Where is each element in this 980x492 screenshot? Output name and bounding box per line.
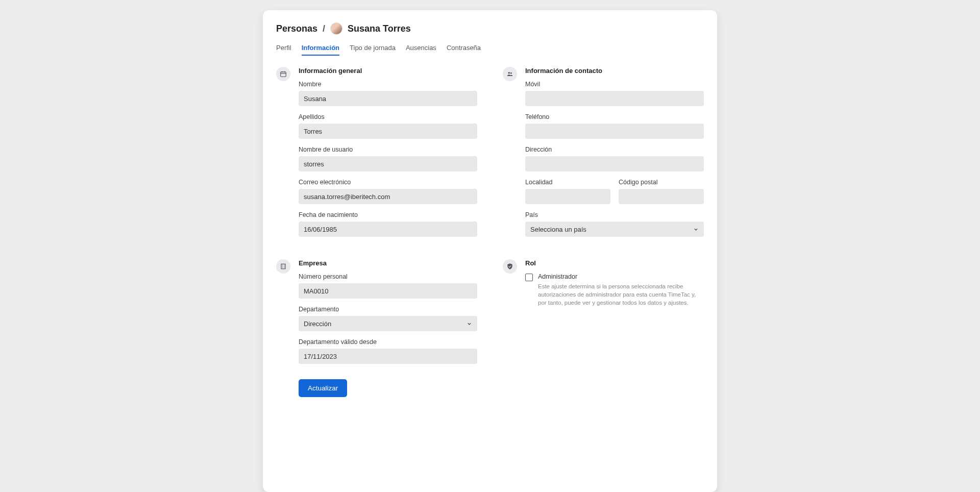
desc-administrador: Este ajuste determina si la persona sele… [538,282,701,307]
label-movil: Móvil [525,81,704,88]
svg-rect-6 [281,264,285,268]
tab-tipo-jornada[interactable]: Tipo de jornada [350,41,396,56]
people-icon [503,67,517,81]
label-apellidos: Apellidos [299,113,477,120]
chevron-down-icon [693,226,699,232]
tab-contrasena[interactable]: Contraseña [447,41,481,56]
tab-ausencias[interactable]: Ausencias [406,41,436,56]
label-direccion: Dirección [525,146,704,153]
input-telefono[interactable] [525,124,704,139]
checkbox-administrador[interactable] [525,274,533,281]
label-username: Nombre de usuario [299,146,477,153]
input-apellidos[interactable] [299,124,477,139]
tab-perfil[interactable]: Perfil [276,41,291,56]
input-numero-personal[interactable] [299,283,477,299]
input-localidad[interactable] [525,189,610,204]
input-departamento-valido[interactable] [299,349,477,364]
profile-card: Personas / Susana Torres Perfil Informac… [263,10,717,492]
svg-rect-11 [282,267,283,268]
select-pais[interactable]: Selecciona un país [525,222,704,237]
svg-rect-10 [284,266,284,266]
label-birth: Fecha de nacimiento [299,211,477,218]
tab-informacion[interactable]: Información [302,41,339,56]
calendar-icon [276,67,290,81]
chevron-down-icon [466,321,472,327]
label-pais: País [525,211,704,218]
svg-point-4 [508,72,510,74]
label-email: Correo electrónico [299,179,477,186]
input-direccion[interactable] [525,156,704,171]
shield-check-icon [503,259,517,274]
section-contact: Información de contacto Móvil Teléfono D… [503,67,704,244]
label-administrador: Administrador [538,273,701,280]
label-telefono: Teléfono [525,113,704,120]
section-company: Empresa Número personal Departamento Dir… [276,259,477,371]
section-role: Rol Administrador Este ajuste determina … [503,259,704,371]
svg-rect-0 [281,72,286,77]
select-departamento[interactable]: Dirección [299,316,477,331]
section-title-role: Rol [525,259,704,267]
label-localidad: Localidad [525,179,610,186]
input-email[interactable] [299,189,477,204]
breadcrumb-separator: / [323,23,325,34]
input-movil[interactable] [525,91,704,106]
input-nombre[interactable] [299,91,477,106]
svg-rect-9 [282,266,283,266]
label-numero-personal: Número personal [299,273,477,280]
select-pais-value: Selecciona un país [530,226,586,233]
svg-rect-12 [284,267,284,268]
section-title-company: Empresa [299,259,477,267]
section-general: Información general Nombre Apellidos Nom… [276,67,477,244]
label-departamento: Departamento [299,306,477,313]
avatar [330,22,342,35]
breadcrumb-current: Susana Torres [348,23,411,34]
input-username[interactable] [299,156,477,171]
section-title-general: Información general [299,67,477,75]
label-departamento-valido: Departamento válido desde [299,338,477,346]
select-departamento-value: Dirección [304,320,331,328]
input-birth[interactable] [299,222,477,237]
breadcrumb-root[interactable]: Personas [276,23,317,34]
breadcrumb: Personas / Susana Torres [276,22,704,35]
building-icon [276,259,290,274]
svg-rect-7 [282,265,283,265]
input-codigo-postal[interactable] [619,189,704,204]
label-codigo-postal: Código postal [619,179,704,186]
tabs: Perfil Información Tipo de jornada Ausen… [276,41,704,56]
svg-rect-8 [284,265,284,265]
svg-point-5 [510,72,512,74]
label-nombre: Nombre [299,81,477,88]
update-button[interactable]: Actualizar [299,379,347,397]
section-title-contact: Información de contacto [525,67,704,75]
